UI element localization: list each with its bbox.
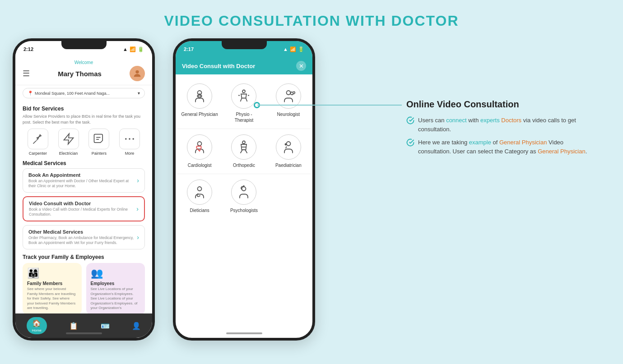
painters-label: Painters [92,151,107,156]
employees-card[interactable]: 👥 Employees See Live Locations of your O… [86,263,145,313]
annotation-line [257,105,402,106]
check-icon-1 [406,116,414,124]
nav-profile[interactable]: 👤 [132,322,141,330]
svg-point-2 [129,138,130,140]
annotation-point-2: Here we are taking example of General Ph… [406,138,596,156]
phone2-header: Video Consult with Doctor ✕ [176,57,312,74]
svg-point-12 [285,144,286,145]
carpenter-icon [28,129,48,149]
orthopedic-icon [231,134,256,160]
other-medical-desc: Order Pharmacy, Book an Ambulance for Me… [28,235,137,245]
psychologists-icon [231,180,256,205]
physio-therapist-label: Physio -Therapist [235,111,254,123]
psychologists-label: Psychologists [230,207,258,213]
electrician-label: Electrician [59,151,78,156]
employees-desc: See Live Locations of your Organization'… [91,287,141,310]
wifi-icon: 📶 [130,46,136,52]
user-name: Mary Thomas [58,70,102,78]
annotation-area: Online Video Consultation Users can conn… [406,99,596,160]
doctor-orthopedic[interactable]: Orthopedic [222,129,266,174]
profile-icon: 👤 [132,322,141,330]
phone1-header-row: ☰ Mary Thomas [23,66,145,81]
phone2-notch [222,41,267,49]
book-appointment-card[interactable]: Book An Appointment Book an Appointment … [23,168,145,193]
home-label: Home [32,328,42,332]
annotation-point-1: Users can connect with experts Doctors v… [406,116,596,134]
phones-container: 2:12 ▲ 📶 🔋 Welcome ☰ Mary Thomas [13,38,315,341]
doctor-dieticians[interactable]: Dieticians [177,174,222,219]
video-consult-desc: Book a Video Call with Doctor / Medical … [29,207,136,217]
svg-point-8 [198,142,202,146]
page-title: VIDEO CONSULTATION WITH DOCTOR [0,0,623,37]
book-appointment-text: Book An Appointment Book an Appointment … [28,172,137,189]
nav-list[interactable]: 📋 [69,322,78,330]
video-consult-arrow: › [136,205,139,212]
phone1: 2:12 ▲ 📶 🔋 Welcome ☰ Mary Thomas [13,38,155,341]
menu-icon[interactable]: ☰ [23,69,30,78]
other-medical-arrow: › [137,234,139,241]
paediatrician-label: Paediatrician [275,162,302,168]
phone1-status-bar: 2:12 ▲ 📶 🔋 [15,41,152,57]
book-appointment-arrow: › [137,177,139,184]
doctor-paediatrician[interactable]: Paediatrician [266,129,311,174]
battery-icon: 🔋 [138,46,144,52]
track-title: Track your Family & Employees [23,254,145,260]
svg-point-13 [198,187,202,191]
doctor-psychologists[interactable]: Psychologists [222,174,266,219]
family-desc: See where your beloved Family Members ar… [27,287,77,310]
location-pin-icon: 📍 [28,91,33,96]
svg-point-1 [125,138,127,140]
list-icon: 📋 [69,322,78,330]
general-physician-label: General Physician [181,111,218,117]
general-physician-icon [187,83,212,109]
card-icon: 🪪 [101,322,110,330]
svg-point-3 [133,138,135,140]
service-carpenter[interactable]: Carpenter [28,129,48,156]
phone2-status-icons: ▲ 📶 🔋 [283,46,304,52]
other-medical-text: Other Medical Services Order Pharmacy, B… [28,229,137,245]
physio-therapist-icon [231,83,256,109]
video-consult-card[interactable]: Video Consult with Doctor Book a Video C… [23,196,145,221]
service-painters[interactable]: Painters [88,129,109,156]
location-text: Mondeal Square, 100 Feet Anand Naga... [35,91,110,96]
phone2-wifi-icon: 📶 [290,46,296,52]
family-title: Family Members [27,281,77,286]
service-electrician[interactable]: Electrician [58,129,79,156]
svg-point-7 [290,92,293,95]
doctor-cardiologist[interactable]: Cardiologist [177,129,222,174]
phone2-signal-icon: ▲ [283,46,288,52]
employees-icon: 👥 [91,267,141,279]
nav-card[interactable]: 🪪 [101,322,110,330]
phone2-time: 2:17 [184,46,194,52]
doctor-general-physician[interactable]: General Physician [177,78,222,129]
nav-home[interactable]: 🏠 Home [27,317,47,334]
svg-point-15 [244,186,245,187]
svg-point-0 [135,70,139,74]
more-label: More [125,151,135,156]
phone1-time: 2:12 [23,46,33,52]
close-button[interactable]: ✕ [296,61,306,71]
svg-point-6 [286,91,290,95]
phone2-status-bar: 2:17 ▲ 📶 🔋 [176,41,312,57]
location-bar[interactable]: 📍 Mondeal Square, 100 Feet Anand Naga...… [23,88,145,98]
video-consult-text: Video Consult with Doctor Book a Video C… [29,201,136,217]
annotation-text-2: Here we are taking example of General Ph… [418,138,596,156]
family-members-card[interactable]: 👨‍👩‍👧 Family Members See where your belo… [23,263,82,313]
carpenter-label: Carpenter [29,151,47,156]
svg-point-11 [286,142,290,146]
book-appointment-title: Book An Appointment [28,172,137,178]
track-grid: 👨‍👩‍👧 Family Members See where your belo… [23,263,145,313]
phone2-header-title: Video Consult with Doctor [182,63,255,69]
electrician-icon [58,129,79,149]
phone1-notch [61,41,107,49]
service-more[interactable]: More [119,129,140,156]
welcome-text: Welcome [23,60,145,65]
location-left: 📍 Mondeal Square, 100 Feet Anand Naga... [28,91,110,96]
signal-icon: ▲ [123,46,128,52]
other-medical-card[interactable]: Other Medical Services Order Pharmacy, B… [23,225,145,249]
phone1-status-icons: ▲ 📶 🔋 [123,46,144,52]
doctor-neurologist[interactable]: Neurologist [266,78,311,129]
other-medical-title: Other Medical Services [28,229,137,235]
medical-title: Medical Services [23,160,145,166]
employees-title: Employees [91,281,141,286]
